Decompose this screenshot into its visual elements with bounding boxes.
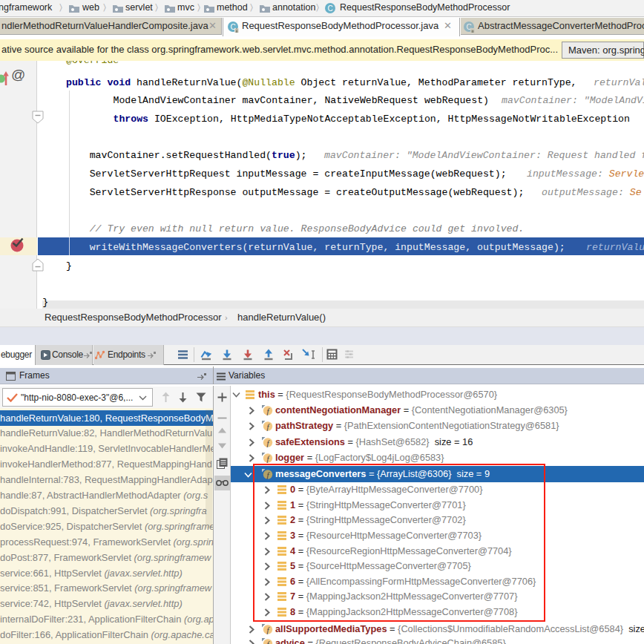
svg-text:C: C: [327, 4, 332, 13]
